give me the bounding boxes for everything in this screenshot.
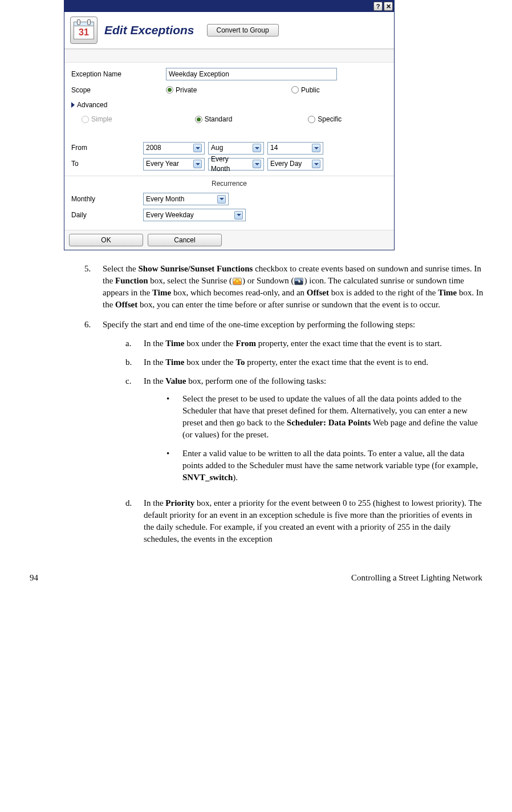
dialog-titlebar: ? ✕ (64, 1, 394, 12)
from-label: From (71, 143, 140, 153)
mode-specific-radio[interactable]: Specific (274, 115, 387, 124)
monthly-label: Monthly (71, 194, 140, 204)
list-item: c.In the Value box, perform one of the f… (125, 375, 483, 490)
mode-simple-radio: Simple (71, 115, 161, 124)
sundown-icon (294, 278, 303, 285)
scope-public-radio[interactable]: Public (291, 86, 320, 95)
dialog-title: Edit Exceptions (104, 22, 194, 38)
to-day-select[interactable]: Every Day (267, 158, 323, 170)
monthly-select[interactable]: Every Month (143, 193, 229, 205)
chevron-down-icon (253, 144, 261, 152)
list-item: b.In the Time box under the To property,… (125, 356, 483, 368)
to-year-select[interactable]: Every Year (143, 158, 205, 170)
to-label: To (71, 159, 140, 169)
exception-name-label: Exception Name (71, 70, 162, 79)
page-footer: 94 Controlling a Street Lighting Network (0, 572, 512, 584)
chevron-right-icon (71, 102, 75, 108)
recurrence-header: Recurrence (64, 176, 394, 192)
scope-private-radio[interactable]: Private (166, 86, 291, 95)
list-item: a.In the Time box under the From propert… (125, 338, 483, 350)
convert-to-group-button[interactable]: Convert to Group (207, 24, 279, 36)
edit-exceptions-dialog: ? ✕ 31 Edit Exceptions Convert to Group … (64, 0, 395, 250)
chevron-down-icon (253, 160, 261, 168)
footer-title: Controlling a Street Lighting Network (351, 572, 482, 584)
daily-label: Daily (71, 210, 140, 220)
from-day-select[interactable]: 14 (267, 142, 323, 155)
exception-name-input[interactable] (166, 68, 337, 80)
to-month-select[interactable]: Every Month (208, 158, 264, 170)
chevron-down-icon (312, 160, 320, 168)
chevron-down-icon (234, 211, 243, 220)
advanced-toggle[interactable]: Advanced (64, 98, 394, 112)
from-year-select[interactable]: 2008 (143, 142, 205, 155)
document-body: 5.Select the Show Sunrise/Sunset Functio… (84, 263, 483, 552)
scope-label: Scope (71, 86, 162, 95)
calendar-icon: 31 (70, 17, 97, 44)
chevron-down-icon (193, 160, 202, 168)
list-item: 5.Select the Show Sunrise/Sunset Functio… (84, 263, 483, 311)
mode-standard-radio[interactable]: Standard (161, 115, 274, 124)
list-item: Select the preset to be used to update t… (166, 393, 483, 441)
close-icon[interactable]: ✕ (384, 2, 393, 11)
from-month-select[interactable]: Aug (208, 142, 264, 155)
chevron-down-icon (193, 144, 202, 152)
daily-select[interactable]: Every Weekday (143, 209, 246, 221)
page-number: 94 (30, 572, 38, 584)
calendar-day-number: 31 (74, 26, 94, 39)
help-icon[interactable]: ? (373, 2, 383, 11)
list-item: Enter a valid value to be written to all… (166, 448, 483, 484)
cancel-button[interactable]: Cancel (148, 234, 222, 246)
list-item: d.In the Priority box, enter a priority … (125, 497, 483, 545)
chevron-down-icon (217, 195, 226, 204)
list-item: 6.Specify the start and end time of the … (84, 319, 483, 552)
chevron-down-icon (312, 144, 320, 152)
sunrise-icon (233, 278, 242, 285)
ok-button[interactable]: OK (69, 234, 143, 246)
